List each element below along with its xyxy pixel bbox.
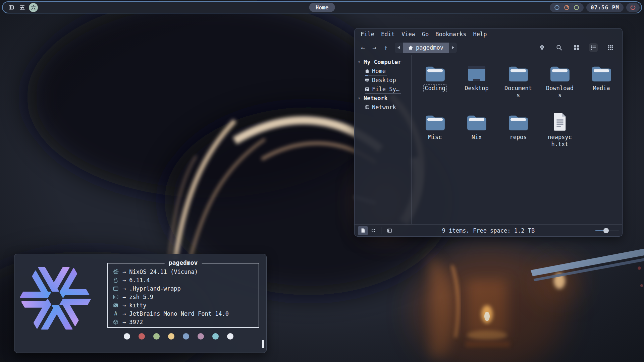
forward-button[interactable]: →	[369, 43, 379, 53]
kanji-five-glyph	[19, 5, 25, 10]
folder-icon	[466, 110, 487, 131]
chevron-left-icon	[397, 46, 400, 49]
palette-dot	[168, 333, 174, 340]
location-pin-button[interactable]	[538, 43, 546, 52]
sidebar-section-my-computer[interactable]: ▾ My Computer	[358, 57, 409, 66]
palette-dot	[198, 333, 204, 340]
file-item-coding[interactable]: Coding	[414, 61, 456, 110]
network-globe-icon	[365, 105, 370, 110]
sidebar-item-desktop[interactable]: Desktop	[358, 75, 409, 84]
search-button[interactable]	[555, 43, 564, 52]
top-bar: Home 07:56 PM	[2, 1, 642, 13]
power-button[interactable]	[626, 3, 640, 12]
file-label: Media	[591, 84, 611, 92]
file-item-nix[interactable]: Nix	[456, 110, 497, 159]
info-row-os: → NixOS 24.11 (Vicuna)	[112, 267, 259, 276]
breadcrumb-current-segment[interactable]: pagedmov	[403, 43, 449, 53]
breadcrumb-next-button[interactable]	[449, 43, 457, 53]
clock-module: 07:56 PM	[586, 3, 624, 12]
info-row-shell: → zsh 5.9	[112, 293, 259, 301]
compact-view-button[interactable]	[606, 43, 615, 52]
clock-text: 07:56 PM	[591, 4, 619, 11]
terminal-cursor[interactable]	[262, 340, 264, 348]
toolbar-action-icons	[538, 43, 619, 52]
palette-dot	[139, 333, 145, 340]
nix-icon	[112, 269, 119, 275]
system-tray	[550, 3, 584, 12]
places-pane-button[interactable]	[358, 226, 368, 235]
document-pane-icon	[361, 228, 365, 233]
menu-bookmarks[interactable]: Bookmarks	[432, 29, 470, 39]
file-item-documents[interactable]: Documents	[497, 61, 539, 110]
sidebar-item-filesystem[interactable]: File Sy…	[358, 84, 409, 94]
sidebar-section-network[interactable]: ▾ Network	[358, 94, 409, 103]
file-item-media[interactable]: Media	[581, 61, 622, 110]
os-value: NixOS 24.11 (Vicuna)	[129, 268, 198, 275]
file-item-downloads[interactable]: Downloads	[539, 61, 581, 110]
zoom-slider-knob[interactable]	[603, 228, 609, 233]
menu-edit[interactable]: Edit	[378, 29, 398, 39]
sidebar: ▾ My Computer Home Desktop	[355, 55, 412, 224]
up-button[interactable]: ↑	[381, 43, 391, 53]
side-pane-icon	[387, 228, 392, 233]
workspace-five[interactable]	[18, 3, 27, 12]
menu-go[interactable]: Go	[419, 29, 432, 39]
collapse-triangle-icon[interactable]: ▾	[358, 60, 361, 64]
file-label: Misc	[427, 133, 443, 141]
breadcrumb-current-label: pagedmov	[416, 44, 443, 51]
palette-dot	[124, 333, 130, 340]
search-icon	[556, 45, 562, 51]
workspace-six-active[interactable]	[29, 3, 38, 12]
menu-help[interactable]: Help	[470, 29, 490, 39]
menu-view[interactable]: View	[398, 29, 419, 39]
file-item-newpsych-txt[interactable]: newpsych.txt	[539, 110, 581, 159]
tray-blue-circle-icon[interactable]	[554, 5, 560, 10]
zoom-slider[interactable]	[595, 228, 619, 233]
back-button[interactable]: ←	[358, 43, 368, 53]
wm-value: .Hyprland-wrapp	[129, 285, 181, 292]
window-manager-icon	[112, 286, 119, 291]
file-label: Desktop	[463, 84, 490, 92]
grid-view-icon	[574, 45, 579, 51]
file-item-misc[interactable]: Misc	[414, 110, 456, 159]
file-label: Downloads	[543, 84, 576, 99]
tray-green-circle-icon[interactable]	[574, 5, 579, 10]
power-icon	[630, 4, 636, 10]
sidebar-item-label: Desktop	[372, 77, 396, 83]
folder-icon	[549, 61, 570, 82]
kanji-six-glyph	[31, 5, 36, 10]
arrow-icon: →	[122, 310, 126, 317]
list-view-button[interactable]	[589, 43, 598, 52]
sidebar-section-label: My Computer	[364, 59, 401, 65]
sidebar-item-network[interactable]: Network	[358, 103, 409, 112]
file-label: Coding	[423, 84, 446, 92]
active-window-title: Home	[309, 3, 335, 12]
fastfetch-info-box: pagedmov → NixOS 24.11 (Vicuna) → 6.11.4	[107, 263, 259, 328]
side-pane-toggle-button[interactable]	[384, 226, 394, 235]
status-summary: 9 items, Free space: 1.2 TB	[442, 227, 535, 234]
chevron-right-icon	[451, 46, 454, 49]
file-label: Documents	[502, 84, 535, 99]
list-view-icon	[590, 45, 596, 50]
collapse-triangle-icon[interactable]: ▾	[358, 96, 361, 101]
font-icon: A	[112, 311, 119, 317]
statusbar-separator	[381, 227, 381, 234]
compact-view-icon	[608, 45, 613, 50]
menu-file[interactable]: File	[357, 29, 378, 39]
tray-record-circle-icon[interactable]	[564, 5, 570, 10]
file-item-repos[interactable]: repos	[497, 110, 539, 159]
sidebar-item-home[interactable]: Home	[358, 66, 409, 75]
arrow-icon: →	[122, 285, 126, 292]
palette-dot	[212, 333, 219, 340]
shell-value: zsh 5.9	[129, 294, 153, 300]
arrow-icon: →	[122, 319, 126, 325]
breadcrumb-prev-button[interactable]	[395, 43, 403, 53]
breadcrumb: pagedmov	[395, 43, 457, 53]
file-item-desktop[interactable]: Desktop	[456, 61, 497, 110]
tree-pane-button[interactable]	[368, 226, 378, 235]
icon-view-button[interactable]	[572, 43, 581, 52]
status-bar: 9 items, Free space: 1.2 TB	[355, 224, 622, 236]
sidebar-item-label: File Sy…	[372, 86, 399, 93]
info-row-wm: → .Hyprland-wrapp	[112, 284, 259, 293]
workspace-four[interactable]	[7, 3, 16, 12]
